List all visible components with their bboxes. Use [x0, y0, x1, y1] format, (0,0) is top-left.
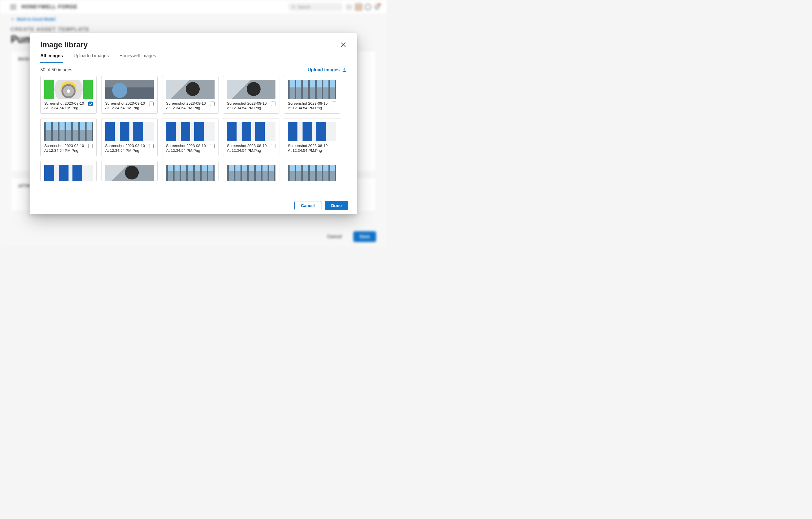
- image-thumbnail: [227, 80, 276, 99]
- image-tile[interactable]: Screenshot 2023-08-10 At 12.34.54 PM.Png: [162, 118, 219, 156]
- image-select-checkbox[interactable]: [271, 144, 276, 148]
- image-tile-caption-row: Screenshot 2023-08-10 At 12.34.54 PM.Png: [105, 143, 154, 153]
- image-tile[interactable]: Screenshot 2023-08-10 At 12.34.54 PM.Png: [101, 76, 157, 114]
- modal-overlay: Image library All imagesUploaded imagesH…: [0, 0, 387, 247]
- done-button[interactable]: Done: [325, 201, 348, 210]
- image-select-checkbox[interactable]: [88, 102, 93, 106]
- image-tile[interactable]: [223, 161, 280, 181]
- image-tile[interactable]: [162, 161, 219, 181]
- image-tile[interactable]: [284, 161, 340, 181]
- image-thumbnail: [288, 165, 336, 181]
- image-tile[interactable]: Screenshot 2023-08-10 At 12.34.54 PM.Png: [223, 118, 280, 156]
- image-library-modal: Image library All imagesUploaded imagesH…: [30, 33, 357, 214]
- image-tile-caption-row: Screenshot 2023-08-10 At 12.34.54 PM.Png: [288, 101, 336, 111]
- image-select-checkbox[interactable]: [332, 144, 336, 148]
- upload-icon: [342, 68, 347, 72]
- image-select-checkbox[interactable]: [149, 102, 154, 106]
- image-thumbnail: [44, 165, 93, 181]
- image-filename: Screenshot 2023-08-10 At 12.34.54 PM.Png: [105, 143, 147, 153]
- image-tile[interactable]: Screenshot 2023-08-10 At 12.34.54 PM.Png: [40, 76, 97, 114]
- image-filename: Screenshot 2023-08-10 At 12.34.54 PM.Png: [44, 101, 86, 111]
- image-tile[interactable]: Screenshot 2023-08-10 At 12.34.54 PM.Png: [40, 118, 97, 156]
- image-filename: Screenshot 2023-08-10 At 12.34.54 PM.Png: [227, 101, 269, 111]
- image-filename: Screenshot 2023-08-10 At 12.34.54 PM.Png: [288, 143, 329, 153]
- image-thumbnail: [288, 122, 336, 141]
- image-thumbnail: [105, 165, 154, 181]
- image-thumbnail: [227, 122, 276, 141]
- image-thumbnail: [288, 80, 336, 99]
- image-select-checkbox[interactable]: [149, 144, 154, 148]
- image-filename: Screenshot 2023-08-10 At 12.34.54 PM.Png: [105, 101, 147, 111]
- image-tile[interactable]: [40, 161, 97, 181]
- image-thumbnail: [44, 80, 93, 99]
- image-filename: Screenshot 2023-08-10 At 12.34.54 PM.Png: [166, 101, 208, 111]
- image-thumbnail: [166, 165, 214, 181]
- image-tile[interactable]: Screenshot 2023-08-10 At 12.34.54 PM.Png: [223, 76, 280, 114]
- image-tile[interactable]: [101, 161, 157, 181]
- upload-images-label: Upload images: [308, 67, 340, 73]
- image-count-label: 50 of 50 images: [40, 67, 72, 73]
- image-select-checkbox[interactable]: [271, 102, 276, 106]
- image-thumbnail: [44, 122, 93, 141]
- image-thumbnail: [166, 80, 214, 99]
- image-tile-caption-row: Screenshot 2023-08-10 At 12.34.54 PM.Png: [288, 143, 336, 153]
- image-thumbnail: [105, 122, 154, 141]
- image-tile[interactable]: Screenshot 2023-08-10 At 12.34.54 PM.Png: [284, 118, 340, 156]
- image-tile-caption-row: Screenshot 2023-08-10 At 12.34.54 PM.Png: [227, 101, 276, 111]
- cancel-button[interactable]: Cancel: [294, 201, 321, 210]
- image-grid-scroll[interactable]: Screenshot 2023-08-10 At 12.34.54 PM.Png…: [30, 74, 357, 197]
- image-filename: Screenshot 2023-08-10 At 12.34.54 PM.Png: [288, 101, 329, 111]
- modal-tabs: All imagesUploaded imagesHoneywell image…: [30, 49, 357, 63]
- image-tile[interactable]: Screenshot 2023-08-10 At 12.34.54 PM.Png: [101, 118, 157, 156]
- modal-title: Image library: [40, 40, 88, 49]
- tab-honeywell-images[interactable]: Honeywell images: [120, 53, 156, 63]
- image-tile[interactable]: Screenshot 2023-08-10 At 12.34.54 PM.Png: [162, 76, 219, 114]
- image-tile-caption-row: Screenshot 2023-08-10 At 12.34.54 PM.Png: [227, 143, 276, 153]
- tab-uploaded-images[interactable]: Uploaded images: [74, 53, 109, 63]
- image-thumbnail: [105, 80, 154, 99]
- image-grid: Screenshot 2023-08-10 At 12.34.54 PM.Png…: [40, 76, 352, 182]
- upload-images-button[interactable]: Upload images: [308, 67, 347, 73]
- image-select-checkbox[interactable]: [210, 102, 214, 106]
- image-tile-caption-row: Screenshot 2023-08-10 At 12.34.54 PM.Png: [166, 101, 214, 111]
- image-tile[interactable]: Screenshot 2023-08-10 At 12.34.54 PM.Png: [284, 76, 340, 114]
- image-filename: Screenshot 2023-08-10 At 12.34.54 PM.Png: [44, 143, 86, 153]
- image-filename: Screenshot 2023-08-10 At 12.34.54 PM.Png: [227, 143, 269, 153]
- close-icon[interactable]: [340, 42, 347, 48]
- image-thumbnail: [227, 165, 276, 181]
- image-select-checkbox[interactable]: [88, 144, 93, 148]
- image-select-checkbox[interactable]: [332, 102, 336, 106]
- image-tile-caption-row: Screenshot 2023-08-10 At 12.34.54 PM.Png: [44, 143, 93, 153]
- image-tile-caption-row: Screenshot 2023-08-10 At 12.34.54 PM.Png: [166, 143, 214, 153]
- image-tile-caption-row: Screenshot 2023-08-10 At 12.34.54 PM.Png: [105, 101, 154, 111]
- image-tile-caption-row: Screenshot 2023-08-10 At 12.34.54 PM.Png: [44, 101, 93, 111]
- tab-all-images[interactable]: All images: [40, 53, 63, 63]
- modal-footer: Cancel Done: [30, 197, 357, 214]
- image-filename: Screenshot 2023-08-10 At 12.34.54 PM.Png: [166, 143, 208, 153]
- image-thumbnail: [166, 122, 214, 141]
- image-select-checkbox[interactable]: [210, 144, 214, 148]
